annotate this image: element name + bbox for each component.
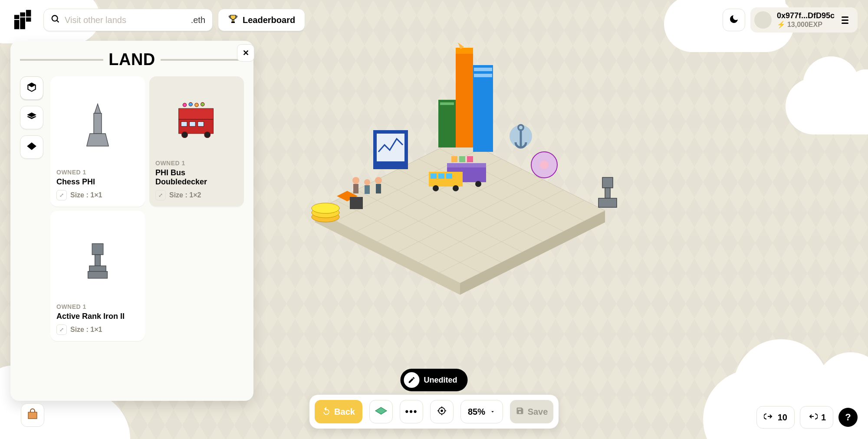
back-button[interactable]: Back xyxy=(315,400,362,423)
moon-icon xyxy=(729,14,739,26)
search-icon xyxy=(51,14,60,26)
link-out-icon xyxy=(807,411,818,424)
target-icon xyxy=(437,406,447,418)
tab-ground[interactable] xyxy=(20,135,43,159)
svg-point-20 xyxy=(183,103,186,107)
svg-rect-44 xyxy=(456,48,473,54)
svg-rect-5 xyxy=(26,17,31,22)
link-in-icon xyxy=(764,411,774,424)
item-card-active-rank[interactable]: OWNED 1 Active Rank Iron II ⤢ Size : 1×1 xyxy=(50,211,145,341)
tab-layers[interactable] xyxy=(20,106,43,129)
svg-point-67 xyxy=(312,203,339,213)
svg-rect-45 xyxy=(473,65,493,152)
svg-rect-16 xyxy=(190,121,196,126)
help-button[interactable]: ? xyxy=(838,408,858,427)
svg-rect-54 xyxy=(451,156,457,162)
tab-objects[interactable] xyxy=(20,76,43,100)
svg-rect-81 xyxy=(376,184,381,193)
bag-icon xyxy=(26,408,39,423)
svg-rect-25 xyxy=(95,255,101,266)
search-suffix: .eth xyxy=(191,15,205,25)
cube-icon xyxy=(26,82,37,95)
tile-icon xyxy=(375,406,388,417)
rule-decoration xyxy=(161,59,244,61)
undo-icon xyxy=(322,406,331,417)
yellow-bus[interactable] xyxy=(425,165,469,195)
leaderboard-button[interactable]: Leaderboard xyxy=(218,9,305,31)
svg-rect-48 xyxy=(438,100,456,147)
menu-icon[interactable] xyxy=(840,16,850,24)
item-thumbnail xyxy=(56,82,139,169)
svg-point-6 xyxy=(52,16,58,21)
svg-rect-60 xyxy=(431,174,437,179)
svg-rect-27 xyxy=(88,271,108,278)
back-label: Back xyxy=(334,407,355,417)
svg-marker-82 xyxy=(375,407,387,414)
more-button[interactable]: ••• xyxy=(400,400,423,423)
land-panel: LAND OWNED 1 Chess PHI xyxy=(10,41,253,401)
svg-point-23 xyxy=(201,102,204,106)
inventory-bag-button[interactable] xyxy=(21,403,44,427)
account-chip[interactable]: 0x977f...DfD95c ⚡ 13,000EXP xyxy=(750,7,858,33)
green-tower[interactable] xyxy=(434,95,464,152)
pink-disc[interactable] xyxy=(525,143,569,195)
cloud-decoration xyxy=(703,370,868,439)
svg-rect-26 xyxy=(89,265,106,271)
dots-icon: ••• xyxy=(405,406,418,417)
item-size: Size : 1×2 xyxy=(169,191,201,199)
svg-rect-49 xyxy=(440,102,454,105)
svg-rect-77 xyxy=(353,184,358,193)
item-size: Size : 1×1 xyxy=(70,326,102,334)
group-of-people[interactable] xyxy=(347,172,395,206)
svg-rect-74 xyxy=(605,188,610,198)
svg-marker-10 xyxy=(95,104,101,113)
rule-decoration xyxy=(20,59,103,61)
svg-rect-3 xyxy=(20,13,25,17)
item-owned-label: OWNED 1 xyxy=(56,303,139,310)
svg-point-58 xyxy=(475,181,481,187)
close-icon: ✕ xyxy=(243,48,249,58)
links-out-chip[interactable]: 1 xyxy=(800,406,833,429)
svg-rect-55 xyxy=(459,156,465,162)
blue-tower[interactable] xyxy=(464,56,508,161)
item-name: PHI Bus Doubledecker xyxy=(155,168,238,187)
svg-point-64 xyxy=(453,185,459,191)
search-box[interactable]: .eth xyxy=(43,9,213,31)
ground-tile-button[interactable] xyxy=(369,400,393,423)
svg-rect-0 xyxy=(14,20,20,29)
size-icon: ⤢ xyxy=(155,190,166,200)
svg-rect-47 xyxy=(474,74,492,77)
chevron-down-icon xyxy=(490,407,496,417)
svg-line-7 xyxy=(57,20,59,23)
item-card-chess-phi[interactable]: OWNED 1 Chess PHI ⤢ Size : 1×1 xyxy=(50,76,145,206)
logo-icon[interactable] xyxy=(10,6,38,34)
diamond-icon xyxy=(26,141,37,154)
svg-point-19 xyxy=(204,132,210,138)
svg-rect-15 xyxy=(181,121,187,126)
svg-rect-14 xyxy=(179,108,214,119)
svg-rect-79 xyxy=(365,185,370,194)
svg-marker-12 xyxy=(87,134,108,146)
links-in-chip[interactable]: 10 xyxy=(756,406,795,429)
chess-piece-right[interactable] xyxy=(595,174,621,213)
isometric-land-view[interactable] xyxy=(282,35,638,304)
svg-point-72 xyxy=(540,161,549,169)
leaderboard-label: Leaderboard xyxy=(243,15,295,25)
svg-point-63 xyxy=(433,185,439,191)
zoom-selector[interactable]: 85% xyxy=(460,400,503,423)
center-view-button[interactable] xyxy=(430,400,454,423)
svg-rect-11 xyxy=(94,113,102,134)
item-owned-label: OWNED 1 xyxy=(155,160,238,167)
svg-rect-24 xyxy=(92,243,103,255)
save-button[interactable]: Save xyxy=(510,400,553,423)
search-input[interactable] xyxy=(60,15,191,25)
svg-point-83 xyxy=(441,410,443,412)
dark-mode-toggle[interactable] xyxy=(723,9,745,31)
edit-status-pill[interactable]: Unedited xyxy=(400,369,467,391)
item-thumbnail xyxy=(56,217,139,303)
item-card-phi-bus[interactable]: OWNED 1 PHI Bus Doubledecker ⤢ Size : 1×… xyxy=(149,76,244,206)
close-panel-button[interactable]: ✕ xyxy=(237,44,254,62)
svg-rect-56 xyxy=(467,156,473,162)
svg-point-22 xyxy=(195,103,198,107)
svg-point-80 xyxy=(375,177,382,184)
